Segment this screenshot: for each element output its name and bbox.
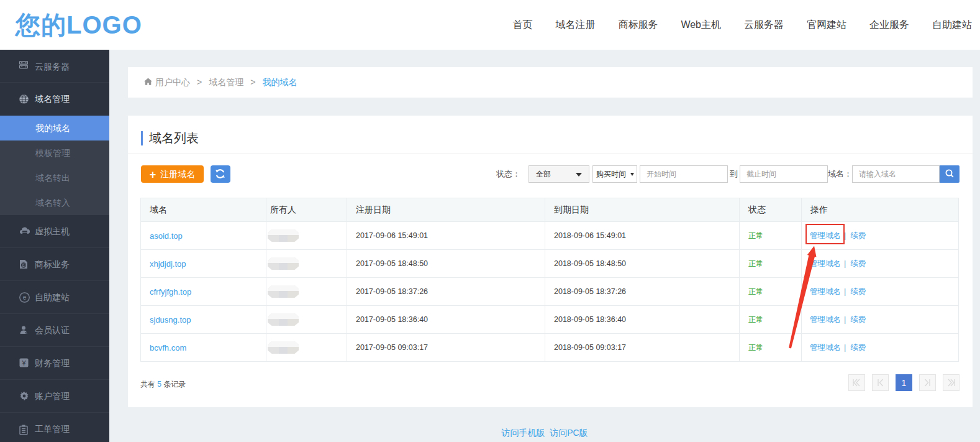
svg-text:e: e [23,294,27,301]
svg-text:¥: ¥ [21,359,26,367]
